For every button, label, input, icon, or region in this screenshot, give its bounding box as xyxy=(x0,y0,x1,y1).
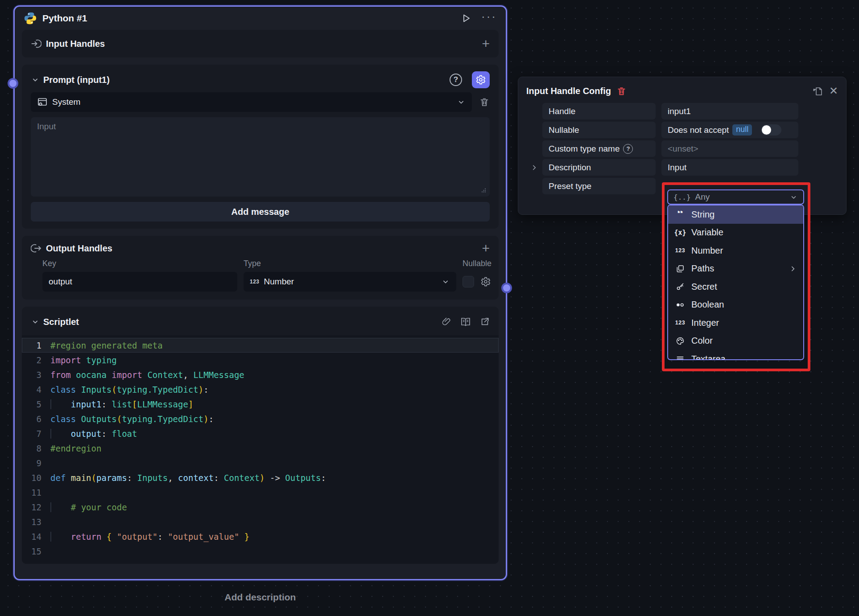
description-input[interactable]: Input xyxy=(661,159,798,176)
python-node[interactable]: Python #1 ··· Input Handles + Prompt (in… xyxy=(13,5,507,580)
code-line: 3from oocana import Context, LLMMessage xyxy=(22,367,499,382)
input-handles-section: Input Handles + xyxy=(22,30,499,57)
dropdown-item-boolean[interactable]: Boolean xyxy=(668,296,803,314)
input-handles-title: Input Handles xyxy=(46,39,477,49)
code-line: 8#endregion xyxy=(22,441,499,456)
code-line: 10def main(params: Inputs, context: Cont… xyxy=(22,470,499,485)
help-icon[interactable]: ? xyxy=(450,74,462,86)
preset-type-value: Any xyxy=(695,192,785,202)
code-line: 11 xyxy=(22,485,499,500)
dropdown-item-integer[interactable]: 123Integer xyxy=(668,314,803,332)
dropdown-item-label: Textarea xyxy=(691,354,797,360)
chevron-down-icon[interactable] xyxy=(31,75,40,84)
docs-icon[interactable] xyxy=(460,316,471,327)
secret-icon xyxy=(674,282,686,291)
add-input-handle-button[interactable]: + xyxy=(482,39,490,48)
chevron-down-icon xyxy=(789,193,798,201)
nullable-status-text: Does not accept xyxy=(668,125,729,135)
code-lines: 1#region generated meta2import typing3fr… xyxy=(22,338,499,559)
handle-input[interactable]: input1 xyxy=(661,103,798,119)
number-icon: 123 xyxy=(674,247,686,254)
scriptlet-title: Scriptlet xyxy=(43,317,438,327)
resize-grip[interactable] xyxy=(481,188,486,193)
preset-type-select[interactable]: {..} Any xyxy=(667,189,804,205)
duplicate-icon[interactable] xyxy=(812,85,824,97)
output-key-value: output xyxy=(49,277,72,287)
integer-icon: 123 xyxy=(674,320,686,326)
custom-type-name-label: Custom type name ? xyxy=(542,140,656,157)
chevron-down-icon xyxy=(457,98,466,107)
add-description-button[interactable]: Add description xyxy=(13,592,507,603)
code-line: 6class Outputs(typing.TypedDict): xyxy=(22,411,499,426)
prompt-input-textarea[interactable]: Input xyxy=(31,117,490,197)
output-handles-icon xyxy=(31,243,41,254)
input-handles-icon xyxy=(31,38,41,49)
node-title: Python #1 xyxy=(42,13,455,24)
config-panel-title: Input Handle Config xyxy=(526,86,611,96)
dropdown-item-label: Variable xyxy=(691,227,797,238)
more-options-button[interactable]: ··· xyxy=(481,14,497,22)
open-external-icon[interactable] xyxy=(480,317,490,327)
system-role-icon xyxy=(37,97,48,107)
node-titlebar: Python #1 ··· xyxy=(15,7,506,30)
add-message-button[interactable]: Add message xyxy=(31,202,490,222)
message-role-select[interactable]: System xyxy=(31,92,472,112)
number-icon: 123 xyxy=(250,279,260,285)
close-icon[interactable]: ✕ xyxy=(829,86,838,95)
run-button[interactable] xyxy=(461,13,471,24)
dropdown-item-label: Color xyxy=(691,336,797,346)
output-type-value: Number xyxy=(264,277,437,287)
handle-label: Handle xyxy=(542,103,656,119)
help-icon[interactable]: ? xyxy=(623,144,633,154)
dropdown-item-textarea[interactable]: Textarea xyxy=(668,350,803,360)
input-connection-handle[interactable] xyxy=(8,78,18,89)
dropdown-item-paths[interactable]: Paths xyxy=(668,260,803,278)
code-line: 4class Inputs(typing.TypedDict): xyxy=(22,382,499,397)
output-key-input[interactable]: output xyxy=(42,272,237,292)
column-key: Key xyxy=(42,259,237,268)
chevron-right-icon xyxy=(789,265,797,273)
scriptlet-section: Scriptlet 1#region generated meta2import… xyxy=(22,307,499,564)
code-line: 7 output: float xyxy=(22,426,499,441)
chevron-down-icon[interactable] xyxy=(31,317,40,326)
nullable-checkbox[interactable] xyxy=(463,276,474,287)
prompt-section: Prompt (input1) ? System Input xyxy=(22,65,499,229)
delete-handle-button[interactable] xyxy=(616,86,627,96)
variable-icon: {x} xyxy=(674,229,686,237)
attach-file-icon[interactable] xyxy=(442,317,451,327)
add-output-handle-button[interactable]: + xyxy=(482,244,490,253)
output-settings-button[interactable] xyxy=(480,276,492,287)
dropdown-item-secret[interactable]: Secret xyxy=(668,278,803,296)
nullable-value: Does not accept null xyxy=(661,122,798,138)
dropdown-item-label: String xyxy=(691,209,797,220)
output-handles-section: Output Handles + Key Type Nullable outpu… xyxy=(22,236,499,300)
dropdown-item-string[interactable]: “String xyxy=(668,205,803,224)
nullable-label: Nullable xyxy=(542,122,656,138)
prompt-title: Prompt (input1) xyxy=(43,75,446,85)
description-label: Description xyxy=(542,159,656,176)
preset-type-label: Preset type xyxy=(542,178,656,194)
expand-description-button[interactable] xyxy=(526,164,542,172)
custom-type-name-input[interactable]: <unset> xyxy=(661,140,798,157)
dropdown-item-label: Boolean xyxy=(691,300,797,310)
code-line: 15 xyxy=(22,544,499,559)
prompt-settings-button[interactable] xyxy=(472,71,490,88)
output-type-select[interactable]: 123 Number xyxy=(244,272,456,292)
paths-icon xyxy=(674,264,686,273)
quote-icon: “ xyxy=(674,211,686,218)
dropdown-item-label: Number xyxy=(691,246,797,256)
dropdown-item-variable[interactable]: {x}Variable xyxy=(668,224,803,242)
column-type: Type xyxy=(244,259,456,268)
output-handles-title: Output Handles xyxy=(46,243,477,254)
code-editor[interactable]: 1#region generated meta2import typing3fr… xyxy=(22,335,499,564)
code-line: 1#region generated meta xyxy=(22,338,499,353)
output-connection-handle[interactable] xyxy=(501,283,512,293)
dropdown-item-color[interactable]: Color xyxy=(668,332,803,350)
delete-message-button[interactable] xyxy=(479,97,490,107)
dropdown-item-number[interactable]: 123Number xyxy=(668,242,803,260)
textarea-icon xyxy=(674,354,686,360)
dropdown-item-label: Paths xyxy=(691,263,784,274)
code-line: 12 # your code xyxy=(22,500,499,514)
nullable-toggle[interactable] xyxy=(761,124,781,136)
dropdown-item-label: Secret xyxy=(691,282,797,292)
